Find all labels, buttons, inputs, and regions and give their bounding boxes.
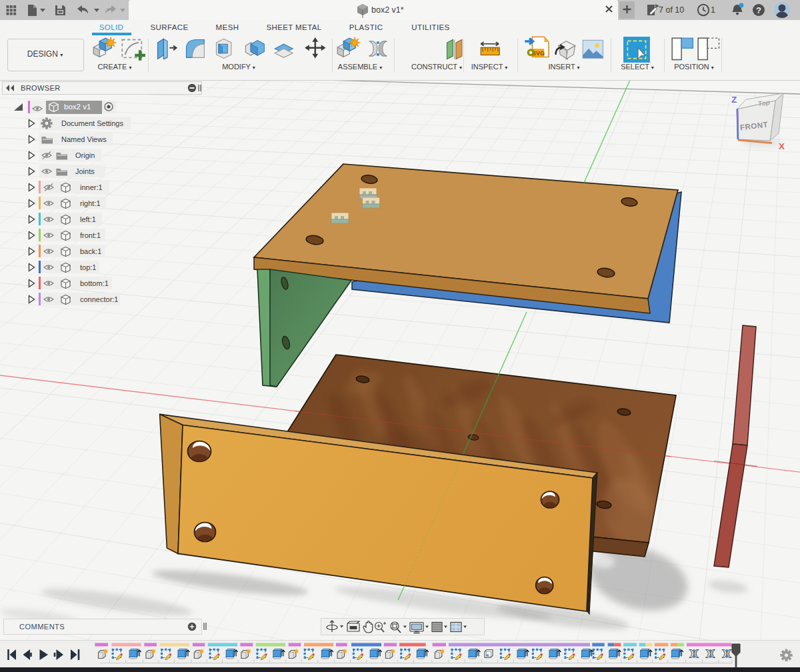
svg-text:?: ? bbox=[756, 5, 761, 15]
svg-text:X: X bbox=[779, 141, 785, 151]
svg-text:Z: Z bbox=[731, 95, 737, 105]
